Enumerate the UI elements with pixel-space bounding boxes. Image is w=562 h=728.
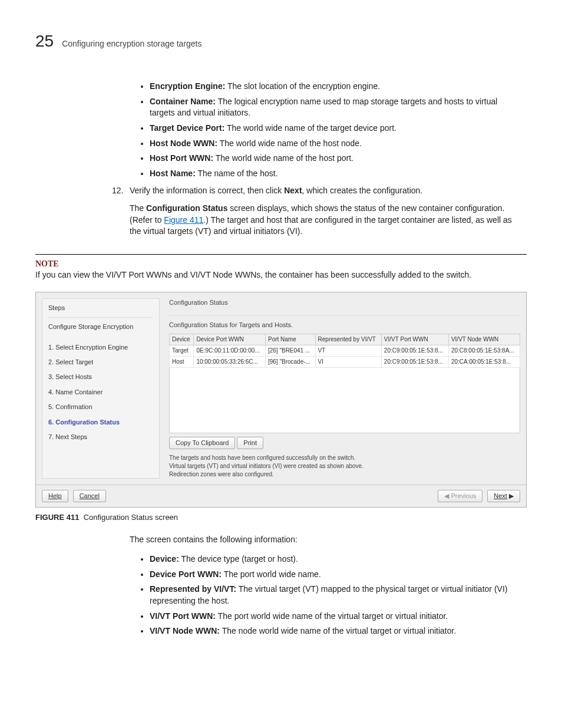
cell: VT: [315, 345, 381, 356]
list-item: Container Name: The logical encryption n…: [150, 96, 521, 119]
desc: The port world wide name.: [222, 569, 321, 579]
figure-screenshot: Steps Configure Storage Encryption 1. Se…: [35, 292, 527, 508]
note-text: If you can view the VI/VT Port WWNs and …: [35, 269, 527, 281]
term: Represented by VI/VT:: [150, 584, 236, 594]
msg-3: Redirection zones were also configured.: [169, 470, 520, 479]
page-header: 25 Configuring encryption storage target…: [35, 29, 527, 52]
desc: The name of the host.: [196, 169, 278, 178]
wizard-step: 4. Name Container: [48, 385, 153, 400]
step12-post: , which creates the configuration.: [302, 186, 423, 195]
wizard-steps-panel: Steps Configure Storage Encryption 1. Se…: [42, 298, 160, 479]
step-12: 12. Verify the information is correct, t…: [112, 185, 521, 245]
config-table: DeviceDevice Port WWNPort NameRepresente…: [169, 334, 520, 368]
cell: 10:00:00:05:33:26:6C...: [194, 356, 266, 367]
desc: The world wide name of the target device…: [224, 123, 396, 133]
list-item: Host Name: The name of the host.: [150, 168, 521, 180]
column-header: Device: [170, 334, 194, 345]
term: Container Name:: [150, 97, 216, 106]
term: Host Name:: [150, 169, 196, 178]
figure-link[interactable]: Figure 411: [164, 215, 203, 225]
figure-label: FIGURE 411: [35, 513, 79, 522]
column-header: Represented by VI/VT: [315, 334, 381, 345]
table-row: Target0E:9C:00:11:0D:00:00...[26] "BRE04…: [170, 345, 520, 356]
term: Target Device Port:: [150, 123, 224, 133]
term: Device Port WWN:: [150, 569, 222, 579]
msg-1: The targets and hosts have been configur…: [169, 454, 520, 462]
cancel-button[interactable]: Cancel: [73, 490, 106, 502]
wizard-title: Configure Storage Encryption: [48, 322, 153, 331]
term: Encryption Engine:: [150, 81, 225, 91]
cell: 20:C9:00:05:1E:53:8...: [381, 345, 448, 356]
cell: 0E:9C:00:11:0D:00:00...: [194, 345, 266, 356]
config-status-panel: Configuration Status Configuration Statu…: [169, 298, 520, 479]
steps-label: Steps: [48, 304, 153, 312]
figure-caption-text: Configuration Status screen: [84, 513, 178, 522]
column-header: VI/VT Port WWN: [381, 334, 448, 345]
copy-to-clipboard-button[interactable]: Copy To Clipboard: [169, 437, 235, 449]
desc: The device type (target or host).: [179, 554, 298, 564]
step12-next: Next: [284, 186, 302, 195]
wizard-step: 7. Next Steps: [48, 430, 153, 444]
step12-pre: Verify the information is correct, then …: [130, 186, 284, 195]
desc: The slot location of the encryption engi…: [225, 81, 380, 91]
term: VI/VT Node WWN:: [150, 626, 220, 635]
cell: VI: [315, 356, 381, 367]
figure-caption: FIGURE 411 Configuration Status screen: [35, 512, 527, 523]
step-text: Verify the information is correct, then …: [130, 185, 521, 245]
term: Host Port WWN:: [150, 153, 213, 163]
cell: Target: [170, 345, 194, 356]
intro-after-figure: The screen contains the following inform…: [130, 534, 521, 546]
bullets-bottom: Device: The device type (target or host)…: [130, 554, 521, 637]
after-figure-block: The screen contains the following inform…: [130, 534, 521, 637]
status-messages: The targets and hosts have been configur…: [169, 454, 520, 479]
desc: The port world wide name of the virtual …: [216, 611, 448, 621]
next-button[interactable]: Next ▶: [487, 490, 520, 502]
wizard-step: 6. Configuration Status: [48, 415, 153, 430]
cell: 20:CA:00:05:1E:53:8...: [448, 356, 520, 367]
panel-subtitle: Configuration Status for Targets and Hos…: [169, 321, 520, 330]
step-number: 12.: [112, 185, 130, 245]
desc: The world wide name of the host node.: [217, 139, 362, 148]
p-bold: Configuration Status: [146, 203, 227, 213]
list-item: VI/VT Port WWN: The port world wide name…: [150, 611, 521, 622]
wizard-step: 5. Confirmation: [48, 400, 153, 414]
wizard-footer: Help Cancel ◀ Previous Next ▶: [36, 485, 526, 507]
top-bullets-block: Encryption Engine: The slot location of …: [130, 81, 521, 179]
table-row: Host10:00:00:05:33:26:6C...[96] "Brocade…: [170, 356, 520, 367]
note-block: NOTE If you can view the VI/VT Port WWNs…: [35, 254, 527, 281]
msg-2: Virtual targets (VT) and virtual initiat…: [169, 462, 520, 470]
cell: 20:C9:00:05:1E:53:8...: [381, 356, 448, 367]
panel-title: Configuration Status: [169, 298, 520, 307]
page-title: Configuring encryption storage targets: [62, 38, 201, 50]
cell: [26] "BRE041 ...: [265, 345, 315, 356]
wizard-step: 3. Select Hosts: [48, 370, 153, 384]
list-item: Represented by VI/VT: The virtual target…: [150, 584, 521, 607]
list-item: Device: The device type (target or host)…: [150, 554, 521, 565]
bullets-top: Encryption Engine: The slot location of …: [130, 81, 521, 179]
list-item: Device Port WWN: The port world wide nam…: [150, 569, 521, 581]
cell: [96] "Brocade-...: [265, 356, 315, 367]
print-button[interactable]: Print: [237, 437, 263, 449]
desc: The world wide name of the host port.: [213, 153, 353, 163]
wizard-step: 2. Select Target: [48, 355, 153, 370]
previous-button: ◀ Previous: [438, 490, 482, 502]
list-item: Host Port WWN: The world wide name of th…: [150, 153, 521, 164]
list-item: Encryption Engine: The slot location of …: [150, 81, 521, 93]
list-item: Host Node WWN: The world wide name of th…: [150, 138, 521, 150]
term: VI/VT Port WWN:: [150, 611, 216, 621]
column-header: Port Name: [265, 334, 315, 345]
list-item: VI/VT Node WWN: The node world wide name…: [150, 625, 521, 637]
term: Device:: [150, 554, 179, 564]
page-number: 25: [35, 29, 54, 52]
term: Host Node WWN:: [150, 139, 217, 148]
note-label: NOTE: [35, 258, 527, 270]
column-header: Device Port WWN: [194, 334, 266, 345]
help-button[interactable]: Help: [42, 490, 68, 502]
list-item: Target Device Port: The world wide name …: [150, 123, 521, 134]
desc: The node world wide name of the virtual …: [220, 626, 456, 635]
cell: Host: [170, 356, 194, 367]
wizard-step: 1. Select Encryption Engine: [48, 340, 153, 355]
p-pre: The: [130, 203, 146, 213]
cell: 20:C8:00:05:1E:53:8A...: [448, 345, 520, 356]
column-header: VI/VT Node WWN: [448, 334, 520, 345]
